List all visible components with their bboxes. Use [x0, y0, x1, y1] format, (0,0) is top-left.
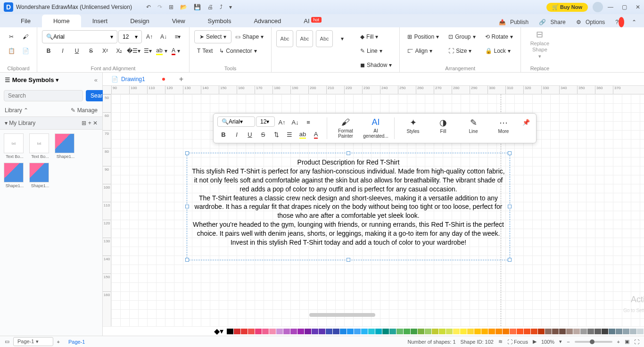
color-swatch[interactable]	[361, 329, 368, 334]
float-spacing-button[interactable]: ⇅	[270, 129, 282, 140]
color-swatch[interactable]	[580, 329, 587, 334]
menu-symbols[interactable]: Symbols	[197, 15, 243, 27]
color-swatch[interactable]	[276, 329, 283, 334]
save-icon[interactable]: 💾	[194, 4, 201, 10]
help-button[interactable]: ?	[612, 17, 627, 27]
color-swatch[interactable]	[425, 329, 431, 334]
italic-button[interactable]: I	[56, 44, 69, 58]
float-format-painter[interactable]: 🖌Format Painter	[332, 116, 359, 140]
strikethrough-button[interactable]: S	[84, 44, 98, 58]
color-swatch[interactable]	[375, 329, 382, 334]
color-swatch[interactable]	[503, 329, 509, 334]
font-family-combo[interactable]: 🔍 Arial ▾	[42, 30, 117, 43]
color-swatch[interactable]	[594, 329, 601, 334]
float-pin-icon[interactable]: 📌	[520, 116, 532, 128]
increase-font-icon[interactable]: A↑	[143, 30, 156, 43]
collapse-ribbon-icon[interactable]: ⌃	[629, 17, 639, 27]
menu-insert[interactable]: Insert	[81, 15, 119, 27]
color-swatch[interactable]	[552, 329, 559, 334]
position-button[interactable]: ⊞ Position ▾	[405, 30, 442, 43]
zoom-in-button[interactable]: +	[617, 339, 620, 345]
menu-home[interactable]: Home	[42, 15, 81, 27]
shape-tool[interactable]: ▭ Shape ▾	[232, 30, 266, 43]
size-button[interactable]: ⛶ Size ▾	[446, 44, 478, 58]
cut-button[interactable]: ✂	[5, 30, 18, 43]
selected-textbox[interactable]: Product Description for Red T-Shirt This…	[187, 153, 510, 260]
color-swatch[interactable]	[488, 329, 495, 334]
color-swatch[interactable]	[404, 329, 410, 334]
menu-design[interactable]: Design	[119, 15, 160, 27]
float-strike-button[interactable]: S	[257, 129, 269, 140]
open-icon[interactable]: 📂	[180, 4, 187, 10]
color-swatch[interactable]	[439, 329, 446, 334]
float-bullets-button[interactable]: ☰	[283, 129, 296, 140]
lib-grid-icon[interactable]: ⊞	[82, 120, 86, 126]
color-swatch[interactable]	[241, 329, 248, 334]
library-item[interactable]: Shape1...	[55, 133, 76, 159]
color-swatch[interactable]	[602, 329, 608, 334]
color-swatch[interactable]	[559, 329, 566, 334]
decrease-font-icon[interactable]: A↓	[157, 30, 170, 43]
lib-add-icon[interactable]: +	[88, 120, 91, 126]
color-swatch[interactable]	[368, 329, 375, 334]
color-swatch[interactable]	[531, 329, 537, 334]
close-icon[interactable]: ✕	[636, 4, 640, 10]
page-selector[interactable]: Page-1 ▾	[13, 337, 53, 346]
layers-icon[interactable]: ≋	[498, 339, 503, 345]
text-tool[interactable]: T Text	[194, 44, 215, 58]
color-swatch[interactable]	[545, 329, 552, 334]
resize-handle[interactable]	[185, 258, 189, 262]
fullscreen-icon[interactable]: ⛶	[634, 339, 639, 345]
copy-button[interactable]: 📋	[5, 44, 18, 58]
buy-now-button[interactable]: 🛒 Buy Now	[546, 3, 588, 12]
float-font-combo[interactable]: 🔍 Arial ▾	[217, 116, 255, 127]
color-swatch[interactable]	[524, 329, 530, 334]
add-page-button[interactable]: +	[57, 339, 60, 345]
color-swatch[interactable]	[262, 329, 269, 334]
library-dropdown[interactable]: Library ⌃	[5, 107, 28, 114]
color-swatch[interactable]	[347, 329, 354, 334]
menu-advanced[interactable]: Advanced	[242, 15, 292, 27]
new-icon[interactable]: ⊞	[169, 4, 173, 10]
color-swatch[interactable]	[623, 329, 629, 334]
float-italic-button[interactable]: I	[231, 129, 243, 140]
presentation-icon[interactable]: ▶	[533, 339, 537, 345]
focus-button[interactable]: ⛶ Focus	[507, 339, 528, 345]
resize-handle[interactable]	[185, 151, 189, 155]
float-ai-generated[interactable]: AIAI generated...	[362, 116, 389, 140]
library-item[interactable]: txtText Bo...	[29, 133, 51, 159]
color-swatch[interactable]	[538, 329, 545, 334]
maximize-icon[interactable]: ▢	[622, 4, 627, 10]
font-color-button[interactable]: A▾	[169, 44, 182, 58]
resize-handle[interactable]	[185, 205, 189, 208]
color-swatch[interactable]	[283, 329, 290, 334]
menu-file[interactable]: File	[9, 15, 42, 27]
zoom-level[interactable]: 100%	[541, 339, 554, 345]
color-swatch[interactable]	[474, 329, 481, 334]
share-button[interactable]: 🔗 Share	[536, 17, 571, 27]
color-swatch[interactable]	[510, 329, 516, 334]
float-size-combo[interactable]: 12 ▾	[256, 116, 275, 127]
color-swatch[interactable]	[566, 329, 573, 334]
hamburger-icon[interactable]: ☰	[5, 76, 10, 83]
subscript-button[interactable]: X₂	[113, 44, 126, 58]
fill-button[interactable]: ◆ Fill ▾	[357, 30, 395, 43]
float-increase-font-icon[interactable]: A↑	[276, 116, 288, 128]
color-swatch[interactable]	[389, 329, 396, 334]
color-swatch[interactable]	[517, 329, 523, 334]
color-swatch[interactable]	[432, 329, 438, 334]
redo-icon[interactable]: ↷	[157, 4, 162, 10]
group-button[interactable]: ⊡ Group ▾	[446, 30, 478, 43]
color-swatch[interactable]	[382, 329, 389, 334]
color-swatch[interactable]	[453, 329, 460, 334]
float-fill[interactable]: ◑Fill	[429, 116, 457, 135]
superscript-button[interactable]: X²	[99, 44, 112, 58]
color-swatch[interactable]	[467, 329, 474, 334]
float-align-icon[interactable]: ≡	[302, 116, 314, 128]
undo-icon[interactable]: ↶	[146, 4, 151, 10]
color-swatch[interactable]	[616, 329, 622, 334]
highlight-button[interactable]: ab▾	[155, 44, 168, 58]
color-swatch[interactable]	[495, 329, 502, 334]
symbol-search-input[interactable]	[4, 90, 83, 101]
publish-button[interactable]: 📤 Publish	[496, 17, 535, 27]
